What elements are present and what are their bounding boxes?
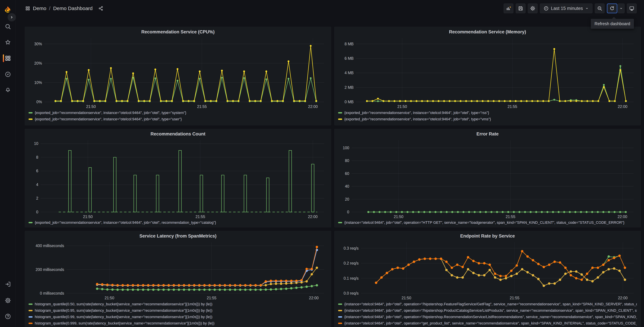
legend-label: histogram_quantile(0.999, sum(rate(laten… <box>35 321 214 326</box>
svg-text:80: 80 <box>345 158 349 163</box>
legend-label: {exported_job="recommendationservice", i… <box>35 117 182 121</box>
svg-text:8 MB: 8 MB <box>344 42 354 46</box>
sign-in-icon <box>5 281 11 288</box>
sidebar <box>0 0 16 327</box>
svg-text:10: 10 <box>34 141 38 146</box>
svg-text:22:00: 22:00 <box>618 104 628 109</box>
legend-swatch <box>28 112 32 114</box>
endpoint-rate-chart[interactable]: 0.0 req/s0.1 req/s0.2 req/s0.3 req/s21:5… <box>337 240 638 301</box>
legend: {exported_job="recommendationservice", i… <box>28 220 328 226</box>
svg-text:100: 100 <box>343 146 349 150</box>
expand-sidebar-button[interactable] <box>8 13 16 21</box>
legend-item[interactable]: histogram_quantile(0.99, sum(rate(latenc… <box>28 314 327 320</box>
legend-swatch <box>338 304 342 305</box>
monitor-icon <box>629 6 634 11</box>
legend-label: {instance="otelcol:9464", job="otel", op… <box>344 315 637 319</box>
panel-title[interactable]: Recommendations Count <box>28 130 328 138</box>
legend-label: {instance="otelcol:9464", job="otel", op… <box>344 220 624 225</box>
sidebar-item-alerting[interactable] <box>4 86 12 93</box>
legend-item[interactable]: {instance="otelcol:9464", job="otel", op… <box>338 314 637 320</box>
svg-text:6: 6 <box>36 169 38 173</box>
sidebar-item-explore[interactable] <box>4 71 12 78</box>
svg-text:0.0 req/s: 0.0 req/s <box>344 291 359 296</box>
svg-text:20: 20 <box>345 197 349 201</box>
star-icon <box>5 39 11 46</box>
svg-text:0.2 req/s: 0.2 req/s <box>344 261 359 266</box>
svg-text:60: 60 <box>345 172 349 176</box>
svg-text:21:55: 21:55 <box>207 296 216 300</box>
svg-text:21:50: 21:50 <box>398 104 407 109</box>
refresh-interval-dropdown[interactable] <box>618 4 624 13</box>
legend-swatch <box>28 118 32 120</box>
svg-text:200 milliseconds: 200 milliseconds <box>36 268 64 272</box>
svg-text:10%: 10% <box>34 80 42 85</box>
legend-item[interactable]: {instance="otelcol:9464", job="otel", op… <box>338 307 637 314</box>
time-range-picker[interactable]: Last 15 minutes <box>540 4 592 13</box>
legend-swatch <box>338 222 342 223</box>
share-dashboard-button[interactable] <box>98 6 104 11</box>
dashboard-settings-button[interactable] <box>528 4 538 13</box>
sidebar-item-search[interactable] <box>4 23 12 30</box>
sidebar-item-sign-in[interactable] <box>4 280 12 288</box>
breadcrumb-separator: / <box>49 6 50 11</box>
save-dashboard-button[interactable] <box>516 4 526 13</box>
svg-text:21:50: 21:50 <box>402 296 411 300</box>
legend-item[interactable]: histogram_quantile(0.50, sum(rate(latenc… <box>28 301 327 307</box>
refresh-dashboard-button[interactable] <box>607 4 617 13</box>
legend-swatch <box>338 118 342 120</box>
legend-item[interactable]: {instance="otelcol:9464", job="otel", op… <box>338 220 637 226</box>
legend-item[interactable]: {exported_job="recommendationservice", i… <box>338 116 637 122</box>
legend-label: {exported_job="recommendationservice", i… <box>344 110 489 115</box>
legend-item[interactable]: {exported_job="recommendationservice", i… <box>28 110 327 116</box>
refresh-tooltip: Refresh dashboard <box>591 19 634 29</box>
legend-swatch <box>338 323 342 324</box>
legend-label: {instance="otelcol:9464", job="otel", op… <box>344 321 637 326</box>
dashboards-icon <box>25 6 30 11</box>
panel-title[interactable]: Recommendation Service (CPU%) <box>28 28 328 36</box>
panel-title[interactable]: Service Latency (from SpanMetrics) <box>28 232 328 240</box>
chevron-down-icon <box>585 6 589 10</box>
legend-item[interactable]: histogram_quantile(0.95, sum(rate(latenc… <box>28 307 327 314</box>
memory-chart[interactable]: 0 MB2 MB4 MB6 MB8 MB21:5021:5522:00 <box>337 36 638 110</box>
svg-text:21:55: 21:55 <box>506 214 516 219</box>
legend-label: histogram_quantile(0.50, sum(rate(latenc… <box>35 302 212 306</box>
svg-text:21:55: 21:55 <box>510 296 520 300</box>
cpu-chart[interactable]: 0%10%20%30%21:5021:5522:00 <box>28 36 328 110</box>
breadcrumb-page[interactable]: Demo Dashboard <box>53 6 92 11</box>
legend-swatch <box>338 310 342 311</box>
sidebar-item-settings[interactable] <box>4 297 12 304</box>
sidebar-item-dashboards[interactable] <box>4 54 12 62</box>
legend-item[interactable]: histogram_quantile(0.999, sum(rate(laten… <box>28 320 327 326</box>
dashboards-grid-icon <box>5 55 11 62</box>
add-panel-icon <box>506 6 511 11</box>
legend-swatch <box>338 316 342 318</box>
legend-item[interactable]: {exported_job="recommendationservice", i… <box>338 110 637 116</box>
panel-recommendations-count: Recommendations Count 024681021:5021:552… <box>25 129 331 227</box>
zoom-out-time-button[interactable] <box>595 4 604 13</box>
legend-item[interactable]: {exported_job="recommendationservice", i… <box>28 116 327 122</box>
service-latency-chart[interactable]: 0 milliseconds200 milliseconds400 millis… <box>28 240 328 301</box>
gear-icon <box>5 297 11 304</box>
legend-label: {exported_job="recommendationservice", i… <box>35 110 186 115</box>
svg-text:0.1 req/s: 0.1 req/s <box>344 276 359 280</box>
tv-mode-button[interactable] <box>627 4 636 13</box>
breadcrumb-section[interactable]: Demo <box>33 6 46 11</box>
panel-title[interactable]: Recommendation Service (Memory) <box>337 28 638 36</box>
sidebar-item-starred[interactable] <box>4 38 12 46</box>
legend: {instance="otelcol:9464", job="otel", op… <box>337 220 638 226</box>
legend-item[interactable]: {instance="otelcol:9464", job="otel", op… <box>338 301 637 307</box>
panel-memory: Recommendation Service (Memory) 0 MB2 MB… <box>334 27 641 125</box>
panel-title[interactable]: Endpoint Rate by Service <box>337 232 638 240</box>
error-rate-chart[interactable]: 02040608010021:5021:5522:00 <box>337 138 638 220</box>
legend: {instance="otelcol:9464", job="otel", op… <box>337 301 638 326</box>
sidebar-item-help[interactable] <box>4 313 12 320</box>
panel-title[interactable]: Error Rate <box>337 130 638 138</box>
panel-endpoint-rate: Endpoint Rate by Service 0.0 req/s0.1 re… <box>334 231 641 327</box>
recommendations-count-chart[interactable]: 024681021:5021:5522:00 <box>28 138 328 220</box>
legend-item[interactable]: {exported_job="recommendationservice", i… <box>28 220 327 226</box>
legend-item[interactable]: {instance="otelcol:9464", job="otel", op… <box>338 320 637 326</box>
svg-text:21:55: 21:55 <box>196 214 205 219</box>
svg-text:400 milliseconds: 400 milliseconds <box>36 244 64 248</box>
add-panel-button[interactable] <box>504 4 514 13</box>
svg-text:0 MB: 0 MB <box>344 100 354 104</box>
